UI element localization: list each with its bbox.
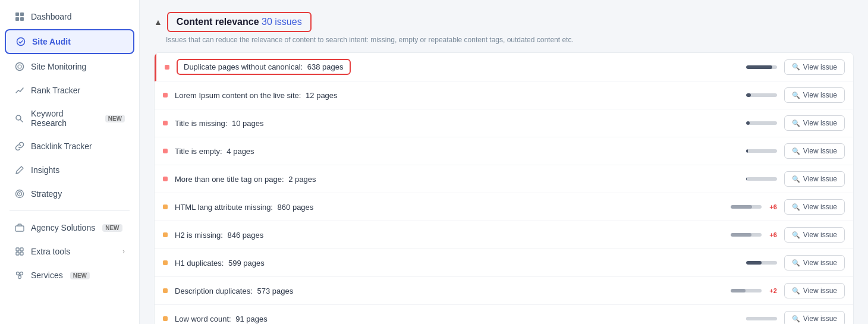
issue-label: H2 is missing: 846 pages: [175, 231, 722, 240]
issue-bar-area: [729, 149, 777, 153]
issue-bar-area: [729, 177, 777, 181]
issue-bar-fill: [731, 233, 751, 237]
issue-label-box: Duplicate pages without canonical: 638 p…: [177, 59, 351, 75]
svg-point-16: [17, 272, 20, 275]
severity-dot: [163, 121, 168, 125]
plus-badge: +2: [764, 287, 777, 294]
sidebar-item-site-audit[interactable]: Site Audit: [5, 29, 134, 54]
search-icon: 🔍: [792, 119, 800, 127]
audit-icon: [15, 36, 26, 47]
svg-rect-13: [20, 248, 23, 251]
target-icon: [14, 188, 25, 199]
issue-bar: [746, 177, 777, 181]
plus-badge: +6: [764, 231, 777, 238]
view-issue-button-0[interactable]: 🔍 View issue: [784, 59, 845, 75]
issue-bar-fill: [746, 261, 762, 265]
issue-row-2: Title is missing: 10 pages 🔍 View issue: [155, 109, 853, 137]
collapse-toggle[interactable]: ▲: [154, 17, 162, 27]
issue-bar-fill: [746, 93, 751, 97]
monitor-icon: [14, 61, 25, 72]
svg-rect-2: [15, 17, 19, 21]
svg-rect-15: [20, 252, 23, 255]
sidebar-item-site-monitoring[interactable]: Site Monitoring: [5, 55, 134, 78]
issue-row-4: More than one title tag on page: 2 pages…: [155, 165, 853, 193]
severity-dot: [163, 93, 168, 97]
sidebar-item-label: Services: [31, 270, 63, 280]
issue-row-7: H1 duplicates: 599 pages 🔍 View issue: [155, 249, 853, 277]
svg-rect-0: [15, 12, 19, 16]
search-icon: 🔍: [792, 259, 800, 267]
view-issue-button-3[interactable]: 🔍 View issue: [784, 143, 845, 159]
sidebar-item-agency-solutions[interactable]: Agency Solutions NEW: [5, 216, 134, 239]
issue-label: Description duplicates: 573 pages: [175, 287, 722, 295]
sidebar-item-dashboard[interactable]: Dashboard: [5, 5, 134, 28]
severity-dot: [163, 232, 168, 237]
services-icon: [14, 270, 25, 281]
sidebar: Dashboard Site Audit Site Monitoring Ran…: [0, 0, 140, 324]
sidebar-item-services[interactable]: Services NEW: [5, 264, 134, 287]
sidebar-item-label: Agency Solutions: [31, 223, 95, 232]
issues-count: 30 issues: [262, 17, 302, 27]
issues-table: Duplicate pages without canonical: 638 p…: [154, 52, 854, 324]
severity-dot: [163, 177, 168, 181]
issue-label: Duplicate pages without canonical: 638 p…: [177, 59, 722, 75]
search-icon: 🔍: [792, 175, 800, 183]
issue-bar: [746, 65, 777, 69]
key-icon: [14, 113, 25, 124]
sidebar-item-backlink-tracker[interactable]: Backlink Tracker: [5, 135, 134, 158]
view-issue-button-4[interactable]: 🔍 View issue: [784, 171, 845, 187]
section-description: Issues that can reduce the relevance of …: [154, 36, 854, 44]
issue-bar-area: [729, 121, 777, 125]
sidebar-item-label: Site Monitoring: [31, 62, 86, 71]
issue-bar: [731, 205, 762, 209]
view-issue-button-2[interactable]: 🔍 View issue: [784, 115, 845, 131]
sidebar-item-keyword-research[interactable]: Keyword Research NEW: [5, 103, 134, 134]
issue-bar-fill: [746, 65, 772, 69]
sidebar-item-label: Insights: [31, 165, 59, 175]
svg-rect-1: [20, 12, 24, 16]
view-issue-button-8[interactable]: 🔍 View issue: [784, 283, 845, 298]
svg-rect-3: [20, 17, 24, 21]
search-icon: 🔍: [792, 287, 800, 295]
svg-point-4: [17, 38, 25, 46]
issue-bar-fill: [731, 289, 746, 292]
issue-bar: [746, 121, 777, 125]
issue-bar: [746, 149, 777, 153]
issue-bar-fill: [746, 317, 749, 320]
issue-label: HTML lang attribute missing: 860 pages: [175, 203, 722, 212]
section-header: ▲ Content relevance 30 issues: [154, 12, 854, 32]
svg-point-18: [18, 276, 21, 279]
view-issue-button-6[interactable]: 🔍 View issue: [784, 227, 845, 243]
sidebar-item-insights[interactable]: Insights: [5, 159, 134, 181]
sidebar-item-strategy[interactable]: Strategy: [5, 183, 134, 205]
view-issue-button-1[interactable]: 🔍 View issue: [784, 87, 845, 103]
view-issue-button-5[interactable]: 🔍 View issue: [784, 199, 845, 215]
issue-bar-fill: [746, 121, 750, 125]
severity-dot: [163, 316, 168, 321]
divider-1: [10, 210, 130, 211]
briefcase-icon: [14, 222, 25, 233]
tools-icon: [14, 246, 25, 257]
search-icon: 🔍: [792, 92, 800, 99]
severity-dot: [163, 205, 168, 209]
plus-badge: +6: [764, 203, 777, 210]
new-badge: NEW: [102, 224, 122, 232]
sidebar-item-label: Strategy: [31, 189, 62, 199]
sidebar-item-label: Backlink Tracker: [31, 141, 92, 151]
sidebar-item-extra-tools[interactable]: Extra tools ›: [5, 240, 134, 263]
issue-bar: [731, 289, 762, 292]
view-issue-button-9[interactable]: 🔍 View issue: [784, 311, 845, 324]
severity-dot: [163, 149, 168, 153]
section-title: Content relevance 30 issues: [167, 12, 312, 32]
issue-label: Low word count: 91 pages: [175, 314, 722, 323]
chart-icon: [14, 85, 25, 96]
search-icon: 🔍: [792, 63, 800, 71]
search-icon: 🔍: [792, 231, 800, 239]
chevron-right-icon: ›: [122, 247, 125, 256]
view-issue-button-7[interactable]: 🔍 View issue: [784, 255, 845, 270]
issue-row-6: H2 is missing: 846 pages +6 🔍 View issue: [155, 221, 853, 249]
sidebar-item-rank-tracker[interactable]: Rank Tracker: [5, 79, 134, 102]
svg-rect-11: [15, 226, 24, 231]
issue-bar-fill: [746, 149, 748, 153]
issue-bar-fill: [731, 205, 752, 209]
